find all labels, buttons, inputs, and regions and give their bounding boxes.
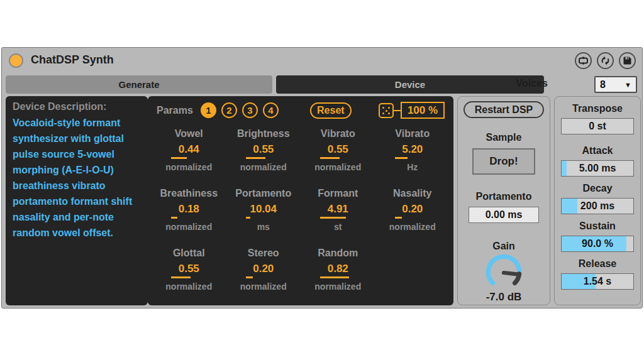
envelope-column: Transpose 0 st Attack5.00 msDecay200 msS… bbox=[554, 96, 641, 305]
param-slider-track[interactable] bbox=[246, 157, 281, 159]
slider-value: 5.00 ms bbox=[562, 161, 633, 176]
param-page-button-3[interactable]: 3 bbox=[242, 102, 258, 118]
param-label: Vowel bbox=[175, 128, 203, 140]
param-label: Brightness bbox=[237, 128, 290, 140]
param-unit: Hz bbox=[407, 162, 418, 172]
param-unit: ms bbox=[257, 222, 270, 232]
param-slider-track[interactable] bbox=[171, 157, 206, 159]
param-label: Breathiness bbox=[160, 187, 218, 200]
decay-label: Decay bbox=[582, 183, 612, 194]
param-value[interactable]: 0.55 bbox=[179, 262, 199, 276]
release-label: Release bbox=[579, 258, 617, 270]
chevron-down-icon: ▼ bbox=[625, 81, 631, 89]
param-label: Vibrato bbox=[395, 128, 430, 140]
decay-value-box[interactable]: 200 ms bbox=[561, 198, 634, 214]
param-value[interactable]: 0.82 bbox=[328, 262, 348, 276]
param-brightness-normalized: Brightness0.55normalized bbox=[226, 128, 301, 173]
transpose-value-box[interactable]: 0 st bbox=[561, 118, 634, 134]
param-portamento-ms: Portamento10.04ms bbox=[226, 187, 301, 232]
param-slider-track[interactable] bbox=[171, 276, 206, 278]
tab-device[interactable]: Device bbox=[276, 75, 544, 94]
param-unit: normalized bbox=[165, 162, 212, 172]
param-page-button-4[interactable]: 4 bbox=[263, 102, 279, 118]
param-label: Portamento bbox=[235, 187, 291, 200]
params-panel: Params 1234 Reset 100 % Vowel0.44normali… bbox=[148, 96, 453, 305]
param-label: Vibrato bbox=[321, 128, 355, 140]
sustain-label: Sustain bbox=[579, 221, 616, 232]
param-slider-track[interactable] bbox=[395, 217, 430, 219]
gain-label: Gain bbox=[492, 241, 515, 252]
params-title: Params bbox=[157, 105, 193, 116]
param-glottal-normalized: Glottal0.55normalized bbox=[152, 247, 226, 292]
param-formant-st: Formant4.91st bbox=[301, 187, 375, 232]
param-slider-fill bbox=[171, 217, 177, 219]
param-slider-fill bbox=[246, 157, 265, 159]
transpose-value: 0 st bbox=[562, 119, 633, 134]
save-preset-icon[interactable] bbox=[619, 52, 636, 69]
device-activator-toggle[interactable] bbox=[9, 53, 23, 68]
param-vowel-normalized: Vowel0.44normalized bbox=[152, 128, 226, 173]
sustain-value-box[interactable]: 90.0 % bbox=[561, 236, 634, 252]
param-vibrato-normalized: Vibrato0.55normalized bbox=[301, 128, 375, 173]
hot-swap-icon[interactable] bbox=[597, 52, 614, 69]
voices-dropdown[interactable]: 8 ▼ bbox=[594, 76, 637, 93]
param-value[interactable]: 0.44 bbox=[179, 143, 199, 156]
randomize-group: 100 % bbox=[379, 102, 445, 119]
param-value[interactable]: 0.20 bbox=[253, 262, 274, 276]
gain-knob[interactable] bbox=[483, 253, 525, 292]
param-vibrato-hz: Vibrato5.20Hz bbox=[375, 128, 450, 173]
param-random-normalized: Random0.82normalized bbox=[301, 247, 375, 292]
param-label: Formant bbox=[318, 187, 358, 200]
param-value[interactable]: 0.20 bbox=[402, 202, 423, 216]
slider-value: 1.54 s bbox=[562, 274, 633, 289]
param-slider-track[interactable] bbox=[171, 217, 206, 219]
random-amount-box[interactable]: 100 % bbox=[401, 102, 445, 119]
param-slider-track[interactable] bbox=[246, 217, 281, 219]
param-slider-track[interactable] bbox=[320, 276, 355, 278]
rack-icon[interactable] bbox=[575, 52, 592, 69]
device-title-bar: ChatDSP Synth bbox=[2, 48, 642, 74]
param-slider-track[interactable] bbox=[246, 276, 281, 278]
gain-value: -7.0 dB bbox=[486, 291, 522, 303]
param-value[interactable]: 10.04 bbox=[250, 202, 277, 216]
param-value[interactable]: 0.18 bbox=[179, 202, 199, 216]
sample-drop-button[interactable]: Drop! bbox=[472, 148, 535, 175]
params-header-row: Params 1234 Reset 100 % bbox=[148, 96, 453, 119]
param-slider-fill bbox=[171, 276, 191, 278]
param-value[interactable]: 5.20 bbox=[402, 143, 423, 156]
param-slider-track[interactable] bbox=[320, 217, 355, 219]
param-value[interactable]: 4.91 bbox=[328, 202, 348, 216]
param-label: Stereo bbox=[248, 247, 279, 259]
restart-dsp-button[interactable]: Restart DSP bbox=[464, 101, 544, 118]
description-header: Device Description: bbox=[13, 101, 141, 112]
slider-value: 90.0 % bbox=[562, 236, 633, 251]
param-breathiness-normalized: Breathiness0.18normalized bbox=[152, 187, 226, 232]
description-text: Vocaloid-style formant synthesizer with … bbox=[13, 115, 141, 241]
attack-value-box[interactable]: 5.00 ms bbox=[561, 160, 634, 177]
param-label: Random bbox=[318, 247, 358, 259]
param-unit: normalized bbox=[165, 281, 212, 292]
reset-button[interactable]: Reset bbox=[310, 102, 352, 119]
param-slider-track[interactable] bbox=[320, 157, 355, 159]
param-slider-fill bbox=[320, 217, 346, 219]
param-value[interactable]: 0.55 bbox=[253, 143, 274, 156]
param-unit: st bbox=[334, 222, 341, 232]
title-bar-icons bbox=[575, 52, 636, 69]
device-description-panel: Device Description: Vocaloid-style forma… bbox=[6, 96, 148, 305]
voices-value: 8 bbox=[600, 79, 606, 90]
param-unit: normalized bbox=[314, 162, 361, 172]
param-value[interactable]: 0.55 bbox=[328, 143, 348, 156]
device-title: ChatDSP Synth bbox=[31, 53, 114, 67]
param-slider-fill bbox=[171, 157, 187, 159]
param-slider-fill bbox=[320, 276, 349, 278]
param-page-button-2[interactable]: 2 bbox=[221, 102, 237, 118]
param-label: Glottal bbox=[173, 247, 205, 259]
dice-icon[interactable] bbox=[379, 103, 394, 118]
release-value-box[interactable]: 1.54 s bbox=[561, 273, 634, 290]
portamento-value-box[interactable]: 0.00 ms bbox=[469, 207, 539, 223]
param-page-button-1[interactable]: 1 bbox=[201, 102, 216, 118]
param-slider-fill bbox=[395, 157, 408, 159]
tab-generate[interactable]: Generate bbox=[6, 75, 272, 94]
param-slider-track[interactable] bbox=[395, 157, 430, 159]
dice-connector-line bbox=[394, 110, 401, 111]
